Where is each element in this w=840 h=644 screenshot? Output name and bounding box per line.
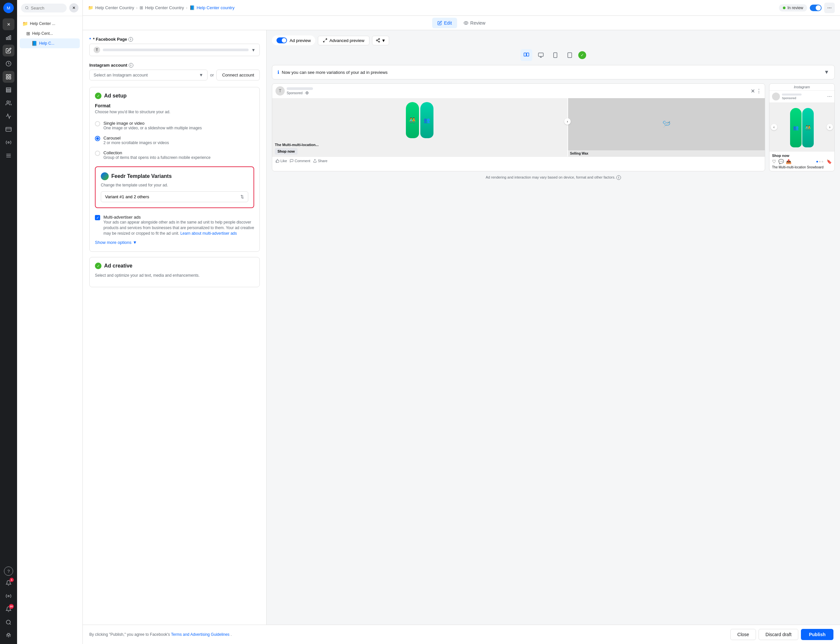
instagram-account-select[interactable]: Select an Instagram account ▼	[89, 70, 208, 80]
sidebar-icon-close[interactable]: ✕	[3, 18, 15, 30]
more-options-button[interactable]: ···	[824, 3, 835, 13]
facebook-page-label: * * Facebook Page i	[89, 37, 260, 42]
ig-prev-arrow[interactable]: ‹	[771, 124, 777, 130]
breadcrumb-item-1[interactable]: Help Center Country	[145, 5, 184, 10]
sidebar-icon-clock[interactable]	[3, 58, 15, 70]
radio-carousel[interactable]: Carousel 2 or more scrollable images or …	[95, 133, 254, 148]
device-btn-desktop[interactable]	[535, 49, 547, 61]
meta-logo[interactable]: M	[3, 3, 14, 13]
radio-collection[interactable]: Collection Group of items that opens int…	[95, 148, 254, 163]
advanced-preview-button[interactable]: Advanced preview	[318, 36, 369, 45]
ad-preview-toggle[interactable]: Ad preview	[272, 35, 315, 45]
svg-rect-0	[6, 38, 7, 40]
fb-close-button[interactable]: ✕	[751, 88, 755, 94]
connect-account-button[interactable]: Connect account	[216, 70, 260, 80]
sidebar-icon-layers[interactable]	[3, 84, 15, 96]
ig-like-icon[interactable]: ♡	[772, 159, 776, 164]
multi-advertiser-checkbox[interactable]: ✓	[95, 215, 100, 220]
fb-card-actions: ✕ ⋮	[751, 88, 761, 94]
sidebar-icon-search[interactable]	[3, 616, 15, 628]
sidebar-icon-bug[interactable]	[3, 629, 15, 641]
sidebar-icon-chart2[interactable]	[3, 110, 15, 122]
ig-header-label: Instagram	[769, 84, 834, 90]
ig-next-arrow[interactable]: ›	[827, 124, 833, 130]
svg-point-24	[465, 22, 467, 24]
instagram-info-icon[interactable]: i	[129, 63, 133, 67]
edit-icon	[437, 21, 442, 25]
sidebar-icon-grid[interactable]	[3, 71, 15, 83]
radio-single-input[interactable]	[95, 121, 100, 127]
facebook-page-select[interactable]: T ▼	[89, 44, 260, 56]
ad-creative-title: Ad creative	[104, 263, 132, 269]
facebook-page-info-icon[interactable]: i	[128, 37, 133, 42]
ig-dot-3	[822, 161, 823, 163]
fb-next-arrow[interactable]: ›	[564, 118, 571, 125]
ig-image-area: 👥 🧑‍🤝‍🧑 ‹ ›	[769, 102, 834, 152]
footer-info-icon[interactable]: i	[616, 175, 621, 180]
fb-share-button[interactable]: Share	[313, 159, 328, 163]
preview-header: Ad preview Advanced preview ▼	[272, 35, 835, 45]
tab-edit[interactable]: Edit	[432, 18, 457, 28]
nav-item-help-center-sub[interactable]: ⊞ Help Cent... ···	[20, 28, 80, 38]
ig-comment-icon[interactable]: 💬	[778, 159, 784, 164]
breadcrumb-current[interactable]: Help Center country	[197, 5, 235, 10]
sidebar-icon-users[interactable]	[3, 97, 15, 109]
sidebar-icon-settings-gear[interactable]	[3, 136, 15, 148]
search-box[interactable]	[21, 3, 67, 13]
sidebar-icon-payment[interactable]	[3, 123, 15, 135]
ig-more-button[interactable]: ⋯	[827, 94, 832, 99]
svg-rect-5	[9, 74, 11, 76]
ig-share-icon[interactable]: 📤	[786, 159, 791, 164]
show-more-button[interactable]: Show more options ▼	[95, 239, 137, 246]
ig-name-placeholder	[782, 94, 802, 95]
device-btn-tablet[interactable]	[564, 49, 576, 61]
device-btn-desktop-two[interactable]	[520, 49, 532, 61]
chevron-down-icon: ▼	[251, 48, 255, 53]
status-toggle[interactable]	[810, 5, 822, 11]
breadcrumb-item-0[interactable]: Help Center Country	[95, 5, 134, 10]
preview-cards: T Sponsored · ✕ ⋮	[272, 83, 835, 171]
radio-single[interactable]: Single image or video One image or video…	[95, 118, 254, 133]
ad-creative-section: ✓ Ad creative Select and optimize your a…	[89, 257, 260, 287]
fb-product-1: 🧑‍🤝‍🧑 👥 The Multi-multi-location... Shop…	[272, 98, 567, 156]
chevron-down-icon[interactable]: ▼	[824, 69, 829, 75]
close-button[interactable]: Close	[730, 629, 756, 640]
tab-review[interactable]: Review	[458, 18, 491, 28]
sidebar-icon-edit[interactable]	[3, 44, 15, 56]
nav-item-help-center-root[interactable]: 📁 Help Center ... ···	[20, 19, 80, 28]
sidebar-icon-bell2[interactable]: 20	[3, 603, 15, 615]
search-input[interactable]	[31, 6, 63, 10]
fb-like-button[interactable]: Like	[275, 159, 287, 163]
top-bar: 📁 Help Center Country › ⊞ Help Center Co…	[83, 0, 840, 16]
sidebar-icon-help[interactable]: ?	[4, 567, 13, 576]
globe-icon	[305, 91, 309, 95]
terms-link[interactable]: Terms and Advertising Guidelines	[171, 632, 229, 637]
sidebar-icon-menu[interactable]	[3, 150, 15, 161]
svg-rect-31	[527, 53, 529, 56]
sidebar-icon-settings2[interactable]	[3, 590, 15, 602]
sidebar-icon-notifications[interactable]: 1	[3, 577, 15, 589]
ad-setup-header: ✓ Ad setup	[95, 92, 254, 99]
fb-more-button[interactable]: ⋮	[756, 88, 761, 94]
ig-save-icon[interactable]: 🔖	[827, 159, 832, 164]
multi-advertiser-link[interactable]: Learn about multi-advertiser ads	[180, 231, 237, 236]
svg-point-14	[8, 142, 10, 143]
discard-draft-button[interactable]: Discard draft	[759, 629, 798, 640]
fb-shop-now-button[interactable]: Shop now	[275, 148, 298, 154]
ig-dot-1	[816, 161, 818, 163]
publish-button[interactable]: Publish	[801, 629, 833, 640]
ig-shop-now-button[interactable]: Shop now	[772, 154, 832, 158]
fb-comment-button[interactable]: Comment	[290, 159, 310, 163]
sidebar-icon-chart[interactable]	[3, 31, 15, 43]
nav-close-button[interactable]: ✕	[69, 3, 79, 13]
preview-toggle-dot[interactable]	[277, 38, 287, 43]
radio-carousel-input[interactable]	[95, 136, 100, 141]
radio-collection-input[interactable]	[95, 151, 100, 156]
board-emoji-2: 👥	[423, 117, 430, 123]
device-btn-mobile[interactable]	[549, 49, 561, 61]
share-button[interactable]: ▼	[372, 36, 389, 45]
nav-item-help-c-current[interactable]: 📘 Help C... ···	[20, 38, 80, 48]
fb-product-2: 🪡 Selling Wax	[568, 98, 765, 156]
fb-product-1-footer: The Multi-multi-location... Shop now	[272, 141, 567, 156]
feedr-variant-select[interactable]: Variant #1 and 2 others ⇅	[101, 191, 248, 202]
